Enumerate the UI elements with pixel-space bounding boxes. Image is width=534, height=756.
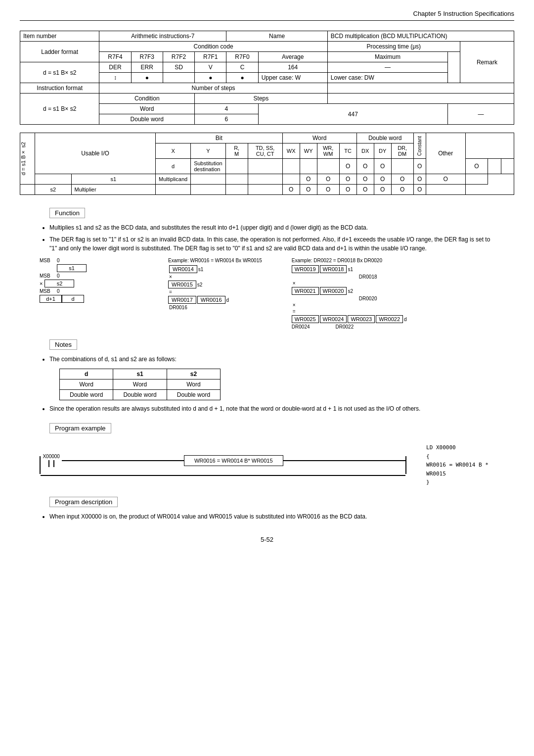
double-word-steps: 6 (195, 114, 259, 125)
tc-col: TC (339, 143, 356, 159)
ladder-bottom-wire (41, 475, 405, 476)
combo-s1-dw: Double word (113, 390, 167, 400)
num-steps-label: Number of steps (99, 83, 327, 94)
r7f3: R7F3 (131, 52, 163, 62)
combo-s1-word: Word (113, 379, 167, 390)
arithmetic-label: Arithmetic instructions-7 (99, 31, 226, 42)
remark-label: Remark (460, 42, 514, 83)
ladder-format-label: Ladder format (20, 42, 99, 62)
program-code: LD X00000 { WR0016 = WR0014 B * WR0015 } (426, 443, 494, 487)
rotated-equation: d = s1 B× s2 (20, 142, 26, 175)
v: V (195, 62, 226, 73)
s1-label-ex2: s1 (348, 267, 353, 272)
combo-s2-dw: Double word (167, 390, 220, 400)
d-label-ex2: d (404, 317, 407, 322)
contact-label: X00000 (43, 454, 59, 459)
combo-s2-word: Word (167, 379, 220, 390)
d-dr: O (465, 159, 488, 174)
c: C (226, 62, 258, 73)
wr-wm-col: WR,WM (317, 143, 339, 159)
wr0015-box: WR0015 (168, 281, 196, 288)
r7f2: R7F2 (163, 52, 194, 62)
ex2-title: Example: DR0022 = DR0018 Bx DR0020 (292, 258, 407, 263)
ladder-instruction: WR0016 = WR0014 B* WR0015 (184, 455, 283, 466)
name-label: Name (226, 31, 327, 42)
d-var: d (156, 159, 191, 174)
ladder-top-row: X00000 WR0016 = WR0014 B* WR0015 (41, 454, 405, 467)
rm-col: R,M (225, 143, 248, 159)
s2-label-ex1: s2 (197, 282, 203, 287)
wr0020-box: WR0020 (320, 287, 347, 295)
usable-io-label: Usable I/O (35, 133, 156, 174)
contact-symbol (48, 460, 54, 467)
r7f4: R7F4 (99, 52, 131, 62)
combo-s1-header: s1 (113, 369, 167, 379)
s2-label-ex2: s2 (348, 288, 353, 294)
instruction-table: Item number Arithmetic instructions-7 Na… (20, 31, 514, 125)
ladder-section: X00000 WR0016 = WR0014 B* WR0015 LD X000… (40, 443, 494, 487)
wx-col: WX (282, 143, 300, 159)
s1-dy: O (391, 174, 413, 185)
dy-col: DY (374, 143, 391, 159)
s2-dr: O (391, 185, 413, 195)
err: ERR (131, 62, 163, 73)
diagram-section: MSB 0 s1 MSB 0 × s2 MSB 0 d+1 d (40, 258, 494, 330)
chapter-header: Chapter 5 Instruction Specifications (20, 10, 514, 21)
s2-box: s2 (44, 280, 74, 287)
r7f1: R7F1 (195, 52, 226, 62)
dr-dm-col: DR,DM (391, 143, 413, 159)
d-box: d (62, 295, 84, 303)
word-val: 447 (258, 104, 447, 125)
word-header: Word (282, 133, 356, 143)
s1-const: O (426, 174, 465, 185)
s2-wr: O (317, 185, 339, 195)
condition-code-label: Condition code (99, 42, 327, 52)
s2-dy: O (374, 185, 391, 195)
equation-cell: d = s1 B× s2 (20, 62, 99, 83)
dr0024-labels: DR0024 DR0022 (292, 324, 407, 330)
bit-header: Bit (156, 133, 283, 143)
notes-bullet-1: The combinations of d, s1 and s2 are as … (49, 355, 494, 364)
s2-tc: O (339, 185, 356, 195)
dr0020-label: DR0020 (292, 296, 407, 301)
s2-dx: O (356, 185, 374, 195)
basic-diagram: MSB 0 s1 MSB 0 × s2 MSB 0 d+1 d (40, 258, 138, 304)
bullet3: ● (226, 73, 258, 83)
msb-label1: MSB (40, 258, 57, 263)
condition-label: Condition (99, 94, 195, 104)
s1-dr: O (413, 174, 426, 185)
wr0017-box: WR0017 (168, 296, 196, 304)
wr0016-box: WR0016 (197, 296, 225, 304)
s1-box: s1 (57, 264, 87, 272)
sd: SD (163, 62, 194, 73)
td-col: TD, SS,CU, CT (248, 143, 282, 159)
ex1-title: Example: WR0016 = WR0014 Bx WR0015 (168, 258, 262, 263)
d-tc: O (374, 159, 391, 174)
wr0018-box: WR0018 (320, 265, 347, 273)
remark-upper: Upper case: W (258, 73, 327, 83)
function-label: Function (55, 209, 80, 217)
dx-col: DX (356, 143, 374, 159)
notes-bullet2-section: Since the operation results are always s… (40, 404, 494, 413)
s2-name: Multiplier (71, 185, 155, 195)
wr0019-box: WR0019 (292, 265, 319, 273)
ladder-wire-middle (62, 460, 184, 461)
bullet1: ● (131, 73, 163, 83)
item-number-label: Item number (20, 31, 99, 42)
s1-var: s1 (71, 174, 155, 185)
function-bullets: Multiplies s1 and s2 as the BCD data, an… (40, 223, 494, 253)
combo-s2-header: s2 (167, 369, 220, 379)
rotated-label-cell: d = s1 B× s2 (20, 133, 35, 185)
page-number: 5-52 (20, 536, 514, 543)
wr0014-box: WR0014 (169, 265, 197, 273)
name-value: BCD multiplication (BCD MULTIPLICATION) (327, 31, 514, 42)
function-bullet-1: Multiplies s1 and s2 as the BCD data, an… (49, 223, 494, 232)
notes-section: The combinations of d, s1 and s2 are as … (40, 355, 494, 364)
program-desc-section: When input X00000 is on, the product of … (40, 512, 494, 521)
program-desc-box: Program description (49, 497, 118, 507)
wr0024-box: WR0024 (320, 315, 347, 323)
wr0021-box: WR0021 (292, 287, 319, 295)
blank-sd (163, 73, 194, 83)
combos-table: d s1 s2 Word Word Word Double word Doubl… (59, 369, 221, 400)
s1-dx: O (374, 174, 391, 185)
